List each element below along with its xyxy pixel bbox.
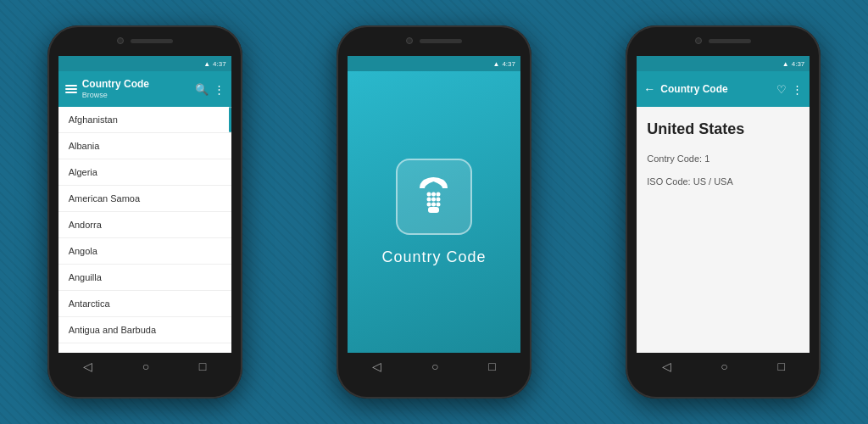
phone-top-bar-right [626,25,821,56]
status-icons-left: ▲ 4:37 [203,60,226,68]
hamburger-menu-left[interactable] [65,85,77,93]
list-item[interactable]: Andorra [58,212,231,238]
list-item[interactable]: Antarctica [58,291,231,317]
list-item[interactable]: American Samoa [58,186,231,212]
country-list-left: Afghanistan Albania Algeria American Sam… [58,107,231,353]
country-name: United States [647,120,799,138]
list-item[interactable]: Afghanistan [58,107,231,133]
svg-point-6 [427,203,431,207]
back-btn-left[interactable]: ◁ [83,360,92,373]
time-right: 4:37 [792,60,805,68]
iso-code-info: ISO Code: US / USA [647,175,799,189]
search-icon-left[interactable]: 🔍 [195,83,209,96]
list-item[interactable]: Albania [58,133,231,159]
list-item[interactable]: Angola [58,238,231,265]
phone-right: ▲ 4:37 ← Country Code ♡ ⋮ United States … [626,25,821,399]
status-bar-center: ▲ 4:37 [348,56,520,71]
svg-point-1 [431,192,436,197]
phone-bottom-bar-center [337,380,531,397]
svg-point-4 [431,198,436,202]
recent-btn-left[interactable]: □ [199,360,206,373]
screen-left: ▲ 4:37 Country Code Browse 🔍 ⋮ Afghanist… [58,56,231,353]
home-btn-left[interactable]: ○ [142,360,149,373]
phone-bottom-bar-right [626,380,821,397]
speaker-right [709,39,751,43]
back-arrow-right[interactable]: ← [643,82,655,96]
heart-icon-right[interactable]: ♡ [776,83,787,96]
time-left: 4:37 [213,60,226,68]
phone-bottom-bar-left [47,380,242,397]
svg-point-7 [431,203,436,207]
app-bar-icons-left: 🔍 ⋮ [195,83,225,96]
detail-app-bar: ← Country Code ♡ ⋮ [637,71,810,107]
svg-point-3 [427,198,431,202]
time-center: 4:37 [502,60,515,68]
app-subtitle-left: Browse [82,91,190,100]
list-item[interactable]: Anguilla [58,265,231,291]
svg-point-0 [427,192,431,197]
screen-center: ▲ 4:37 [348,56,520,353]
list-item[interactable]: Algeria [58,159,231,186]
bottom-nav-left: ◁ ○ □ [58,353,231,380]
app-bar-left: Country Code Browse 🔍 ⋮ [58,71,231,107]
country-code-info: Contry Code: 1 [647,152,799,166]
speaker-center [420,39,462,43]
recent-btn-center[interactable]: □ [488,360,495,373]
status-bar-right: ▲ 4:37 [637,56,810,71]
phone-center: ▲ 4:37 [337,25,531,399]
status-bar-left: ▲ 4:37 [58,56,231,71]
app-title-left: Country Code [82,78,190,90]
home-btn-center[interactable]: ○ [431,360,438,373]
home-btn-right[interactable]: ○ [721,360,727,373]
signal-icon-center: ▲ [492,60,499,68]
detail-content: United States Contry Code: 1 ISO Code: U… [637,107,810,353]
detail-app-bar-icons: ♡ ⋮ [776,83,803,96]
splash-title: Country Code [381,248,486,266]
svg-point-5 [437,198,441,202]
app-bar-title-left: Country Code Browse [82,78,190,99]
scroll-indicator-left [229,107,231,132]
phone-dial-icon [410,173,457,220]
back-btn-center[interactable]: ◁ [372,360,381,373]
back-btn-right[interactable]: ◁ [662,360,671,373]
status-icons-right: ▲ 4:37 [782,60,805,68]
phone-top-bar-center [337,25,531,56]
app-icon-box [396,159,472,235]
detail-title: Country Code [660,83,771,95]
phone-top-bar-left [47,25,242,56]
more-icon-right[interactable]: ⋮ [792,83,803,96]
detail-app-bar-title: Country Code [660,83,771,95]
recent-btn-right[interactable]: □ [778,360,785,373]
phone-left: ▲ 4:37 Country Code Browse 🔍 ⋮ Afghanist… [47,25,242,399]
svg-point-8 [437,203,441,207]
bottom-nav-center: ◁ ○ □ [348,353,520,380]
more-icon-left[interactable]: ⋮ [214,83,225,96]
splash-screen: Country Code [348,71,520,353]
bottom-nav-right: ◁ ○ □ [637,353,810,380]
screen-right: ▲ 4:37 ← Country Code ♡ ⋮ United States … [637,56,810,353]
list-item[interactable]: Argentina [58,343,231,353]
signal-icon-right: ▲ [782,60,789,68]
camera-center [406,37,413,44]
svg-rect-9 [428,207,439,213]
speaker-left [131,39,173,43]
list-item[interactable]: Antigua and Barbuda [58,317,231,343]
camera-left [117,37,124,44]
status-icons-center: ▲ 4:37 [492,60,515,68]
svg-point-2 [437,192,441,197]
camera-right [695,37,702,44]
signal-icon-left: ▲ [203,60,210,68]
